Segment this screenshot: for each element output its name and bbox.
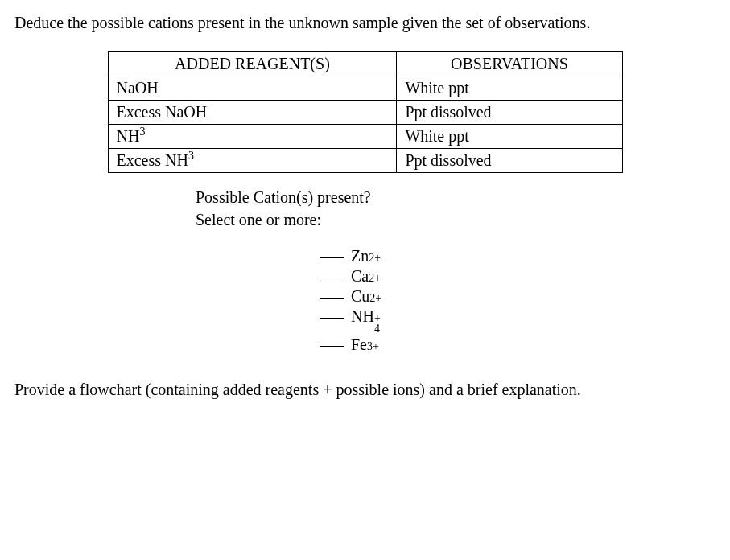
reagent-cell: Excess NaOH [117,103,208,121]
option-symbol: Zn [351,247,369,266]
reagent-cell: NaOH [117,79,159,97]
reagent-cell: Excess NH [117,151,188,169]
reagent-sup: 3 [139,126,145,138]
option-row: NH+4 [320,307,716,334]
observations-table: ADDED REAGENT(S) OBSERVATIONS NaOH White… [108,51,623,173]
intro-text: Deduce the possible cations present in t… [14,11,716,34]
option-symbol: Cu [351,287,369,306]
option-row: Cu2+ [320,287,716,306]
answer-blank[interactable] [320,298,344,299]
option-symbol: NH [351,307,374,326]
table-row: NaOH White ppt [108,76,622,101]
option-symbol: Ca [351,267,369,286]
reagent-cell: NH [117,127,140,145]
option-subsup: +4 [374,314,381,334]
header-observations: OBSERVATIONS [397,52,622,76]
options-list: Zn2+ Ca2+ Cu2+ NH+4 Fe3+ [320,247,716,354]
answer-blank[interactable] [320,278,344,278]
obs-cell: White ppt [405,127,468,145]
option-row: Ca2+ [320,267,716,286]
obs-cell: White ppt [405,79,468,97]
table-row: Excess NaOH Ppt dissolved [108,101,622,125]
option-symbol: Fe [351,336,367,354]
table-row: NH3 White ppt [108,125,622,149]
obs-cell: Ppt dissolved [405,151,491,169]
table-row: Excess NH3 Ppt dissolved [108,149,622,173]
option-row: Zn2+ [320,247,716,266]
answer-blank[interactable] [320,257,344,258]
answer-blank[interactable] [320,346,344,347]
answer-blank[interactable] [320,318,344,319]
prompt-question: Possible Cation(s) present? [196,186,716,208]
option-row: Fe3+ [320,336,716,354]
prompt-select: Select one or more: [196,208,716,231]
reagent-sup: 3 [188,150,194,162]
obs-cell: Ppt dissolved [405,103,491,121]
header-reagent: ADDED REAGENT(S) [108,52,397,76]
footer-text: Provide a flowchart (containing added re… [14,378,716,401]
